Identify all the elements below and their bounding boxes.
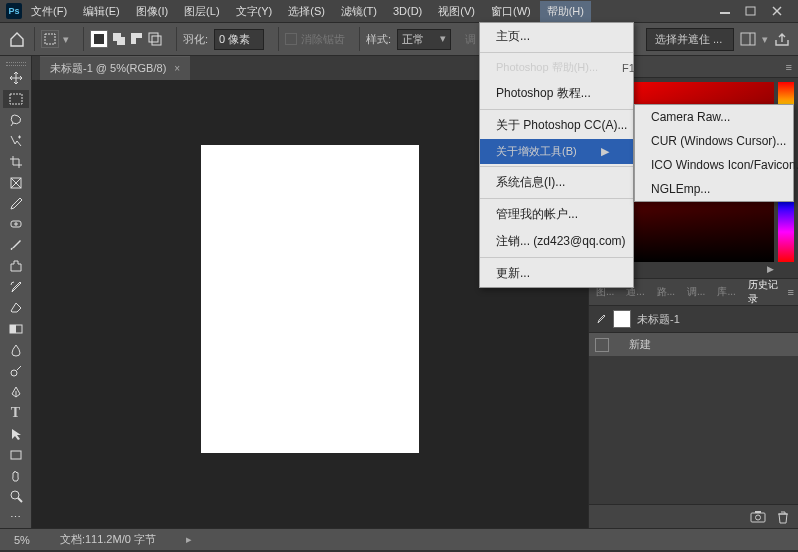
select-and-mask-button[interactable]: 选择并遮住 ...	[646, 28, 734, 51]
plugin-nglemp[interactable]: NGLEmp...	[635, 177, 793, 201]
svg-line-23	[17, 366, 21, 370]
app-logo: Ps	[6, 3, 22, 19]
history-brush-tool[interactable]	[3, 278, 29, 297]
crop-tool[interactable]	[3, 152, 29, 171]
menu-help[interactable]: 帮助(H)	[540, 1, 591, 22]
zoom-level[interactable]: 5%	[14, 534, 30, 546]
selection-add-icon[interactable]	[112, 32, 126, 46]
svg-rect-10	[152, 36, 161, 45]
gradient-tool[interactable]	[3, 320, 29, 339]
blur-tool[interactable]	[3, 341, 29, 360]
selection-new-icon[interactable]	[90, 30, 108, 48]
plugin-ico[interactable]: ICO Windows Icon/Favicon...	[635, 153, 793, 177]
svg-rect-13	[10, 94, 22, 104]
share-icon[interactable]	[774, 32, 790, 46]
clone-tool[interactable]	[3, 257, 29, 276]
selection-intersect-icon[interactable]	[148, 32, 162, 46]
menu-signout[interactable]: 注销... (zd423@qq.com)	[480, 228, 633, 255]
delete-icon[interactable]	[776, 510, 790, 524]
menu-filter[interactable]: 滤镜(T)	[334, 1, 384, 22]
eyedropper-tool[interactable]	[3, 194, 29, 213]
menu-type[interactable]: 文字(Y)	[229, 1, 280, 22]
adjust-tab[interactable]: 调...	[684, 283, 708, 301]
svg-point-28	[756, 515, 761, 520]
toolbar-handle[interactable]	[0, 60, 31, 68]
menu-update[interactable]: 更新...	[480, 260, 633, 287]
panel-menu-icon[interactable]: ≡	[788, 286, 794, 298]
menu-edit[interactable]: 编辑(E)	[76, 1, 127, 22]
document-tab-label: 未标题-1 @ 5%(RGB/8)	[50, 61, 166, 76]
menu-tutorial[interactable]: Photoshop 教程...	[480, 80, 633, 107]
svg-rect-29	[755, 511, 761, 513]
pen-tool[interactable]	[3, 382, 29, 401]
history-snapshot[interactable]: 未标题-1	[589, 306, 798, 333]
workspace-icon[interactable]	[740, 32, 756, 46]
edit-toolbar-button[interactable]: ⋯	[3, 508, 29, 527]
menu-window[interactable]: 窗口(W)	[484, 1, 538, 22]
menu-layer[interactable]: 图层(L)	[177, 1, 226, 22]
eraser-tool[interactable]	[3, 299, 29, 318]
home-icon[interactable]	[8, 30, 26, 48]
canvas[interactable]	[201, 145, 419, 453]
type-tool[interactable]: T	[3, 403, 29, 422]
menu-home[interactable]: 主页...	[480, 23, 633, 50]
paths-tab[interactable]: 路...	[654, 283, 678, 301]
new-snapshot-icon[interactable]	[750, 510, 766, 523]
path-select-tool[interactable]	[3, 424, 29, 443]
menu-about[interactable]: 关于 Photoshop CC(A)...	[480, 112, 633, 139]
menu-ps-help[interactable]: Photoshop 帮助(H)...F1	[480, 55, 633, 80]
svg-rect-4	[45, 34, 55, 44]
move-tool[interactable]	[3, 69, 29, 88]
feather-input[interactable]: 0 像素	[214, 29, 264, 50]
chevron-down-icon[interactable]: ▾	[63, 33, 69, 46]
history-brush-source-icon[interactable]	[595, 313, 607, 325]
svg-rect-9	[149, 33, 158, 42]
adjust-label: 调	[465, 32, 476, 47]
menu-view[interactable]: 视图(V)	[431, 1, 482, 22]
document-tab[interactable]: 未标题-1 @ 5%(RGB/8) ×	[40, 56, 190, 80]
quick-select-tool[interactable]	[3, 131, 29, 150]
dodge-tool[interactable]	[3, 361, 29, 380]
svg-rect-11	[741, 33, 755, 45]
close-button[interactable]	[770, 4, 784, 18]
zoom-tool[interactable]	[3, 487, 29, 506]
chevron-down-icon[interactable]: ▾	[762, 33, 768, 46]
brush-tool[interactable]	[3, 236, 29, 255]
doc-size[interactable]: 文档:111.2M/0 字节	[60, 532, 156, 547]
menu-file[interactable]: 文件(F)	[24, 1, 74, 22]
antialias-label: 消除锯齿	[301, 32, 345, 47]
plugin-camera-raw[interactable]: Camera Raw...	[635, 105, 793, 129]
svg-rect-24	[11, 451, 21, 459]
close-tab-icon[interactable]: ×	[174, 63, 180, 74]
menu-image[interactable]: 图像(I)	[129, 1, 175, 22]
checkbox-antialias	[285, 33, 297, 45]
menu-plugins[interactable]: 关于增效工具(B)▶	[480, 139, 633, 164]
selection-subtract-icon[interactable]	[130, 32, 144, 46]
healing-tool[interactable]	[3, 215, 29, 234]
minimize-button[interactable]	[718, 4, 732, 18]
hue-arrow-icon: ▶	[767, 264, 774, 274]
snapshot-label: 未标题-1	[637, 312, 680, 327]
history-state[interactable]: 新建	[589, 333, 798, 356]
history-tab[interactable]: 历史记录	[745, 276, 782, 308]
maximize-button[interactable]	[744, 4, 758, 18]
marquee-tool-preset[interactable]	[41, 30, 59, 48]
help-menu-dropdown: 主页... Photoshop 帮助(H)...F1 Photoshop 教程.…	[479, 22, 634, 288]
status-arrow-icon[interactable]: ▸	[186, 533, 192, 546]
libraries-tab[interactable]: 库...	[714, 283, 738, 301]
menu-account[interactable]: 管理我的帐户...	[480, 201, 633, 228]
frame-tool[interactable]	[3, 173, 29, 192]
lasso-tool[interactable]	[3, 110, 29, 129]
menu-sysinfo[interactable]: 系统信息(I)...	[480, 169, 633, 196]
plugins-submenu: Camera Raw... CUR (Windows Cursor)... IC…	[634, 104, 794, 202]
hand-tool[interactable]	[3, 466, 29, 485]
style-select[interactable]: 正常 ▾	[397, 29, 451, 50]
plugin-cur[interactable]: CUR (Windows Cursor)...	[635, 129, 793, 153]
marquee-tool[interactable]	[3, 90, 29, 109]
menu-select[interactable]: 选择(S)	[281, 1, 332, 22]
svg-rect-27	[751, 513, 765, 522]
rectangle-tool[interactable]	[3, 445, 29, 464]
new-doc-icon	[595, 338, 609, 352]
panel-menu-icon[interactable]: ≡	[786, 61, 792, 73]
menu-3d[interactable]: 3D(D)	[386, 2, 429, 20]
